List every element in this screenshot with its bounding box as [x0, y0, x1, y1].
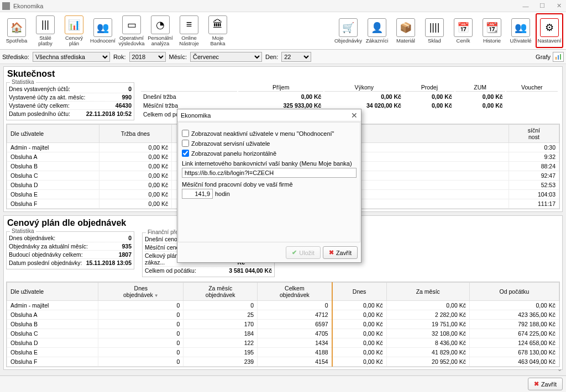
- grafy-label: Grafy: [536, 54, 551, 60]
- tool-zákazníci[interactable]: 👤Zákazníci: [363, 13, 391, 48]
- svg-rect-2: [560, 54, 561, 60]
- tool-hodnocení[interactable]: 👥Hodnocení: [89, 13, 117, 48]
- svg-rect-0: [555, 57, 557, 60]
- stat-row: Vystavené účty celkem:46430: [9, 102, 132, 110]
- skutecnost-statistika: Statistika Dnes vystavených účtů:0Vystav…: [6, 82, 134, 120]
- tool-label: Nastavení: [538, 38, 562, 44]
- link-label: Link internetového bankovnictví vaší ban…: [182, 160, 357, 167]
- rok-select[interactable]: 2018: [129, 52, 166, 62]
- tool-label: Objednávky: [334, 38, 362, 44]
- tool-label: Zákazníci: [366, 38, 389, 44]
- tool-ceník[interactable]: 📅Ceník: [449, 13, 477, 48]
- tool-objednávky[interactable]: 🛒Objednávky: [334, 13, 362, 48]
- hodin-label: hodin: [215, 190, 230, 197]
- link-input[interactable]: [182, 168, 357, 178]
- ceník-icon: 📅: [454, 18, 473, 37]
- settings-modal: Ekonomika ✕ Zobrazovat neaktivní uživate…: [177, 109, 361, 263]
- modal-titlebar: Ekonomika ✕: [177, 109, 361, 121]
- tool-stálé-platby[interactable]: |||Stálé platby: [32, 13, 59, 48]
- tool-label: Moje Banka: [205, 35, 231, 46]
- fond-label: Měsíční fond pracovní doby ve vaší firmě: [182, 181, 357, 188]
- scroll-down-icon-2[interactable]: ⌄: [557, 365, 565, 373]
- skutecnost-title: Skutečnost: [4, 67, 562, 81]
- tool-label: Historie: [483, 38, 501, 44]
- modal-close-x[interactable]: ✕: [351, 111, 358, 120]
- moje-banka-icon: 🏛: [208, 15, 227, 34]
- mesic-select[interactable]: Červenec: [190, 52, 262, 62]
- footer-bar: ✖ Zavřít: [0, 375, 566, 392]
- spotřeba-icon: 🏠: [7, 18, 26, 37]
- cenový-plán-icon: 📊: [65, 15, 83, 34]
- den-select[interactable]: 22: [281, 52, 311, 62]
- footer-close-button[interactable]: ✖ Zavřít: [528, 378, 563, 390]
- tool-label: Online Nástroje: [176, 35, 202, 46]
- tool-operativní-výsledovka[interactable]: ▭Operativní výsledovka: [118, 13, 145, 48]
- tool-nastavení[interactable]: ⚙Nastavení: [536, 13, 563, 48]
- chk2-label: Zobrazovat servisní uživatele: [191, 140, 270, 147]
- main-toolbar: 🏠Spotřeba|||Stálé platby📊Cenový plán👥Hod…: [0, 12, 566, 50]
- tool-label: Stálé platby: [32, 35, 59, 46]
- stat-row: Datum poslední objednávky:15.11.2018 13:…: [9, 259, 132, 267]
- online-nástroje-icon: ≡: [180, 15, 198, 34]
- filter-bar: Středisko: Všechna střediska Rok: 2018 M…: [0, 50, 566, 64]
- table-row[interactable]: Obsluha E019541880,00 Kč41 829,00 Kč678 …: [7, 348, 559, 357]
- statistika-legend: Statistika: [10, 79, 36, 85]
- window-titlebar: Ekonomika — ☐ ✕: [0, 0, 566, 12]
- stat-row: Objednávky za aktuální měsíc:935: [9, 242, 132, 251]
- grafy-button[interactable]: [553, 52, 564, 62]
- chk-neaktivni[interactable]: [182, 130, 189, 137]
- cenovy-user-table[interactable]: Dle uživateleDnesobjednávek▼Za měsícobje…: [7, 282, 559, 367]
- mesic-label: Měsíc:: [169, 54, 187, 60]
- tool-cenový-plán[interactable]: 📊Cenový plán: [60, 13, 88, 48]
- save-label: Uložit: [299, 250, 315, 256]
- table-row[interactable]: Obsluha B017065970,00 Kč19 751,00 Kč792 …: [7, 320, 559, 329]
- tool-personální-analýza[interactable]: ◔Personální analýza: [146, 13, 174, 48]
- modal-close-label: Zavřít: [336, 250, 352, 256]
- stat-row: Vystavené účty za akt. měsíc:990: [9, 93, 132, 102]
- tool-historie[interactable]: 📆Historie: [478, 13, 506, 48]
- tool-sklad[interactable]: ||||Sklad: [421, 13, 448, 48]
- tool-spotřeba[interactable]: 🏠Spotřeba: [3, 13, 30, 48]
- stat-row: Budoucí objednávky celkem:1807: [9, 251, 132, 259]
- rok-label: Rok:: [113, 54, 126, 60]
- close-button[interactable]: ✕: [554, 1, 564, 11]
- den-label: Den:: [265, 54, 278, 60]
- cenovy-stat-legend: Statistika: [10, 228, 36, 234]
- ok-icon: ✔: [292, 249, 297, 256]
- tool-online-nástroje[interactable]: ≡Online Nástroje: [175, 13, 203, 48]
- objednávky-icon: 🛒: [339, 18, 358, 37]
- chk1-label: Zobrazovat neaktivní uživatele v menu "O…: [191, 130, 334, 137]
- tool-label: Spotřeba: [6, 38, 28, 44]
- table-row[interactable]: Obsluha D012214340,00 Kč8 436,00 Kč124 6…: [7, 338, 559, 348]
- table-row[interactable]: Obsluha A02547120,00 Kč2 282,00 Kč423 36…: [7, 310, 559, 320]
- close-icon: ✖: [534, 380, 539, 388]
- stredisko-select[interactable]: Všechna střediska: [33, 52, 110, 62]
- table-row[interactable]: Obsluha C018447050,00 Kč32 108,00 Kč674 …: [7, 329, 559, 338]
- maximize-button[interactable]: ☐: [537, 1, 547, 11]
- tool-label: Sklad: [428, 38, 441, 44]
- table-row[interactable]: Obsluha F023941540,00 Kč20 952,00 Kč463 …: [7, 357, 559, 367]
- chk3-label: Zobrazovat panelu horizontálně: [191, 150, 276, 157]
- cenovy-statistika: Statistika Dnes objednávek:0Objednávky z…: [6, 231, 134, 269]
- nastavení-icon: ⚙: [540, 18, 559, 37]
- uživatelé-icon: 👥: [511, 18, 530, 37]
- tool-uživatelé[interactable]: 👥Uživatelé: [507, 13, 534, 48]
- personální-analýza-icon: ◔: [151, 15, 170, 34]
- fond-input[interactable]: [182, 189, 213, 199]
- tool-moje-banka[interactable]: 🏛Moje Banka: [204, 13, 232, 48]
- table-row[interactable]: Admin - majitel0000,00 Kč0,00 Kč0,00 Kč: [7, 301, 559, 310]
- sklad-icon: ||||: [425, 18, 444, 37]
- modal-save-button[interactable]: ✔ Uložit: [286, 246, 321, 259]
- chk-servisni[interactable]: [182, 140, 189, 147]
- tool-materiál[interactable]: 📦Materiál: [392, 13, 420, 48]
- tool-label: Ceník: [457, 38, 470, 44]
- operativní-výsledovka-icon: ▭: [122, 15, 141, 34]
- tool-label: Personální analýza: [147, 35, 174, 46]
- minimize-button[interactable]: —: [521, 1, 531, 11]
- app-icon: [2, 2, 10, 10]
- chk-horizontal[interactable]: [182, 150, 189, 157]
- tool-label: Operativní výsledovka: [118, 35, 145, 46]
- tool-label: Uživatelé: [510, 38, 531, 44]
- footer-close-label: Zavřít: [541, 381, 557, 388]
- modal-close-button[interactable]: ✖ Zavřít: [323, 246, 358, 259]
